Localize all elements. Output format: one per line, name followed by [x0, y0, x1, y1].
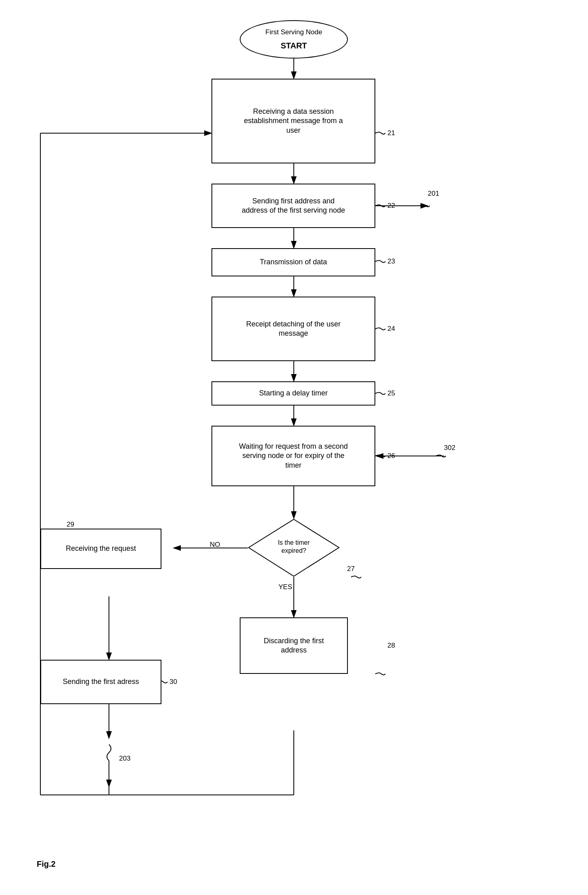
- svg-text:Is the timer: Is the timer: [278, 539, 310, 546]
- start-ellipse: First Serving Node START: [240, 20, 348, 59]
- block-26: Waiting for request from a secondserving…: [211, 426, 375, 486]
- block-24: Receipt detaching of the usermessage: [211, 297, 375, 361]
- ref-21: 21: [387, 129, 395, 137]
- block-21-text: Receiving a data sessionestablishment me…: [242, 105, 344, 137]
- block-23: Transmission of data: [211, 248, 375, 276]
- block-30-text: Sending the first adress: [61, 675, 140, 688]
- block-26-text: Waiting for request from a secondserving…: [237, 440, 349, 472]
- diamond-27: Is the timer expired?: [248, 519, 340, 577]
- no-label: NO: [210, 541, 220, 549]
- block-28: Discarding the firstaddress: [240, 617, 348, 674]
- ref-203: 203: [119, 755, 130, 763]
- block-24-text: Receipt detaching of the usermessage: [245, 318, 342, 340]
- flowchart-diagram: First Serving Node START Receiving a dat…: [0, 0, 588, 895]
- yes-label: YES: [278, 583, 292, 591]
- figure-label: Fig.2: [37, 859, 56, 869]
- ref-26: 26: [387, 452, 395, 460]
- block-29: Receiving the request: [40, 529, 161, 569]
- block-25: Starting a delay timer: [211, 381, 375, 406]
- ref-23: 23: [387, 257, 395, 266]
- ref-24: 24: [387, 325, 395, 333]
- ref-201: 201: [428, 190, 439, 198]
- ref-28: 28: [387, 642, 395, 650]
- ref-27: 27: [347, 565, 355, 573]
- start-label-line1: First Serving Node: [264, 26, 324, 38]
- ref-29: 29: [67, 521, 74, 529]
- block-25-text: Starting a delay timer: [257, 387, 329, 399]
- block-22-text: Sending first address andaddress of the …: [240, 195, 347, 217]
- block-23-text: Transmission of data: [258, 256, 329, 268]
- block-30: Sending the first adress: [40, 660, 161, 704]
- ref-30: 30: [169, 678, 177, 686]
- ref-22: 22: [387, 202, 395, 210]
- start-label-line2: START: [264, 39, 324, 52]
- ref-302: 302: [444, 444, 455, 452]
- block-29-text: Receiving the request: [64, 542, 138, 555]
- svg-text:expired?: expired?: [281, 547, 306, 554]
- block-22: Sending first address andaddress of the …: [211, 184, 375, 228]
- block-21: Receiving a data sessionestablishment me…: [211, 79, 375, 163]
- block-28-text: Discarding the firstaddress: [262, 635, 325, 657]
- ref-25: 25: [387, 389, 395, 397]
